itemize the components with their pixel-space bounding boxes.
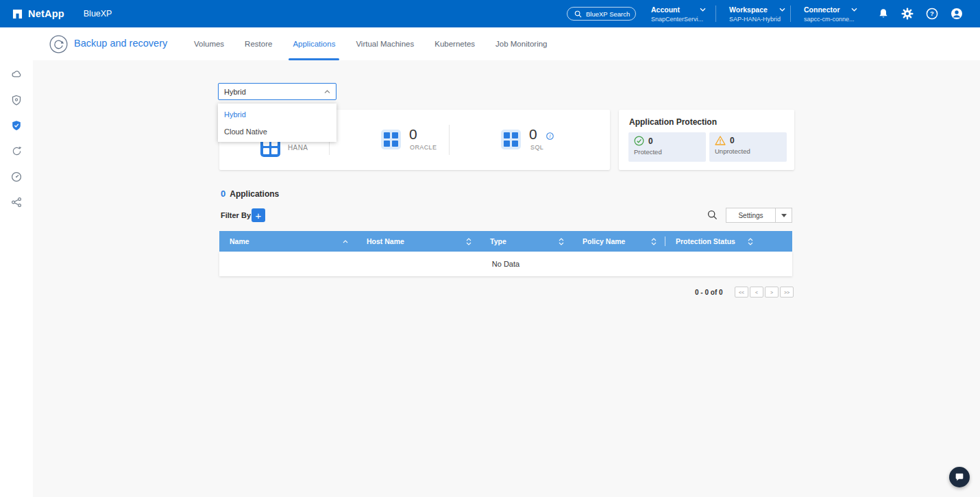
sort-asc-icon bbox=[343, 240, 348, 243]
chevron-down-icon bbox=[851, 8, 857, 12]
sql-grid-icon bbox=[501, 130, 521, 149]
first-page-button[interactable]: << bbox=[735, 287, 748, 298]
tab-label: Virtual Machines bbox=[356, 40, 414, 48]
no-data-text: No Data bbox=[492, 260, 519, 268]
applications-table-empty-row: No Data bbox=[219, 252, 792, 276]
sidebar-item-protection[interactable] bbox=[0, 114, 33, 136]
column-header-protection-status[interactable]: Protection Status bbox=[665, 231, 792, 252]
table-settings-button[interactable]: Settings bbox=[726, 208, 792, 223]
environment-select[interactable]: Hybrid bbox=[218, 83, 336, 100]
sidebar-item-canvas[interactable] bbox=[0, 64, 33, 85]
user-avatar-icon[interactable] bbox=[951, 8, 963, 20]
bell-icon[interactable] bbox=[877, 8, 890, 20]
protected-stat: 0 Protected bbox=[628, 132, 706, 162]
column-label: Type bbox=[490, 237, 506, 245]
next-page-button[interactable]: > bbox=[765, 287, 779, 298]
service-header: Backup and recovery Volumes Restore Appl… bbox=[33, 27, 980, 60]
pagination-range: 0 - 0 of 0 bbox=[695, 289, 723, 296]
applications-count: 0 bbox=[221, 189, 225, 199]
table-search-icon[interactable] bbox=[707, 210, 718, 220]
oracle-grid-icon bbox=[381, 130, 401, 149]
check-circle-icon bbox=[634, 136, 644, 146]
oracle-count: 0 bbox=[409, 126, 417, 143]
chat-button[interactable] bbox=[949, 467, 970, 487]
tab-label: Restore bbox=[245, 40, 272, 48]
account-menu[interactable]: Account SnapCenterServi... bbox=[651, 5, 706, 23]
sidebar bbox=[0, 27, 33, 497]
chevron-up-icon bbox=[324, 90, 330, 94]
last-page-button[interactable]: >> bbox=[780, 287, 794, 298]
sidebar-item-extensions[interactable] bbox=[0, 191, 33, 213]
previous-page-button[interactable]: < bbox=[750, 287, 763, 298]
svg-text:?: ? bbox=[930, 10, 934, 17]
connector-value: sapcc-cm-conne... bbox=[804, 16, 857, 23]
account-label: Account bbox=[651, 5, 680, 14]
svg-text:i: i bbox=[550, 134, 551, 138]
sidebar-item-observability[interactable] bbox=[0, 166, 33, 187]
governance-shield-icon bbox=[11, 95, 22, 106]
tab-volumes[interactable]: Volumes bbox=[194, 27, 224, 60]
unprotected-count: 0 bbox=[730, 136, 735, 145]
dropdown-option-cloud-native[interactable]: Cloud Native bbox=[218, 123, 336, 140]
workspace-value: SAP-HANA-Hybrid bbox=[729, 16, 785, 23]
header-divider bbox=[715, 5, 716, 22]
pagination-controls: << < > >> bbox=[735, 287, 794, 298]
column-header-type[interactable]: Type bbox=[480, 231, 572, 252]
dropdown-option-hybrid[interactable]: Hybrid bbox=[218, 106, 336, 123]
column-header-policy-name[interactable]: Policy Name bbox=[572, 231, 665, 252]
service-tabs: Volumes Restore Applications Virtual Mac… bbox=[194, 27, 547, 60]
environment-dropdown-panel: Hybrid Cloud Native bbox=[218, 104, 336, 142]
card-divider bbox=[449, 125, 450, 155]
backup-recovery-icon bbox=[49, 35, 68, 53]
tab-applications[interactable]: Applications bbox=[293, 27, 335, 60]
tab-restore[interactable]: Restore bbox=[245, 27, 272, 60]
unprotected-label: Unprotected bbox=[715, 147, 781, 155]
workspace-menu[interactable]: Workspace SAP-HANA-Hybrid bbox=[729, 5, 785, 23]
tab-virtual-machines[interactable]: Virtual Machines bbox=[356, 27, 414, 60]
filter-by-label: Filter By bbox=[221, 211, 251, 219]
netapp-logo bbox=[12, 9, 23, 19]
chevron-down-icon bbox=[775, 208, 792, 222]
sidebar-item-mobility[interactable] bbox=[0, 141, 33, 162]
top-header: NetApp BlueXP BlueXP Search Account Snap… bbox=[0, 0, 980, 27]
tab-label: Job Monitoring bbox=[495, 40, 547, 48]
tab-label: Volumes bbox=[194, 40, 224, 48]
application-protection-card: Application Protection 0 Protected 0 U bbox=[619, 110, 794, 170]
column-label: Host Name bbox=[367, 237, 404, 245]
connector-menu[interactable]: Connector sapcc-cm-conne... bbox=[804, 5, 857, 23]
workspace-label: Workspace bbox=[729, 5, 768, 14]
column-header-name[interactable]: Name bbox=[219, 231, 356, 252]
product-name: BlueXP bbox=[84, 9, 112, 19]
header-divider bbox=[790, 5, 791, 22]
chevron-down-icon bbox=[779, 8, 785, 12]
gear-icon[interactable] bbox=[901, 8, 914, 20]
connector-label: Connector bbox=[804, 5, 840, 14]
add-filter-button[interactable]: + bbox=[252, 208, 265, 222]
protection-card-title: Application Protection bbox=[629, 117, 717, 127]
account-value: SnapCenterServi... bbox=[651, 16, 706, 23]
brand: NetApp BlueXP bbox=[12, 0, 112, 27]
column-label: Name bbox=[230, 237, 249, 245]
environment-select-value: Hybrid bbox=[224, 88, 246, 96]
column-header-host-name[interactable]: Host Name bbox=[356, 231, 480, 252]
tab-label: Kubernetes bbox=[434, 40, 475, 48]
tab-job-monitoring[interactable]: Job Monitoring bbox=[495, 27, 547, 60]
search-label: BlueXP Search bbox=[586, 10, 630, 18]
sidebar-item-governance[interactable] bbox=[0, 89, 33, 110]
share-nodes-icon bbox=[11, 197, 22, 208]
applications-count-label: Applications bbox=[230, 189, 279, 199]
info-icon[interactable]: i bbox=[546, 132, 554, 140]
protected-label: Protected bbox=[634, 148, 700, 156]
applications-count-heading: 0 Applications bbox=[221, 189, 279, 199]
help-icon[interactable]: ? bbox=[926, 8, 938, 20]
mobility-sync-icon bbox=[11, 145, 23, 157]
tab-kubernetes[interactable]: Kubernetes bbox=[434, 27, 475, 60]
sort-icon bbox=[559, 238, 564, 245]
canvas-icon bbox=[11, 69, 23, 80]
page-title: Backup and recovery bbox=[74, 38, 167, 49]
global-search[interactable]: BlueXP Search bbox=[567, 7, 636, 21]
search-icon bbox=[574, 10, 582, 18]
chat-bubble-icon bbox=[954, 472, 965, 483]
bluexp-app: NetApp BlueXP BlueXP Search Account Snap… bbox=[0, 0, 980, 497]
sql-count: 0 bbox=[529, 126, 537, 143]
